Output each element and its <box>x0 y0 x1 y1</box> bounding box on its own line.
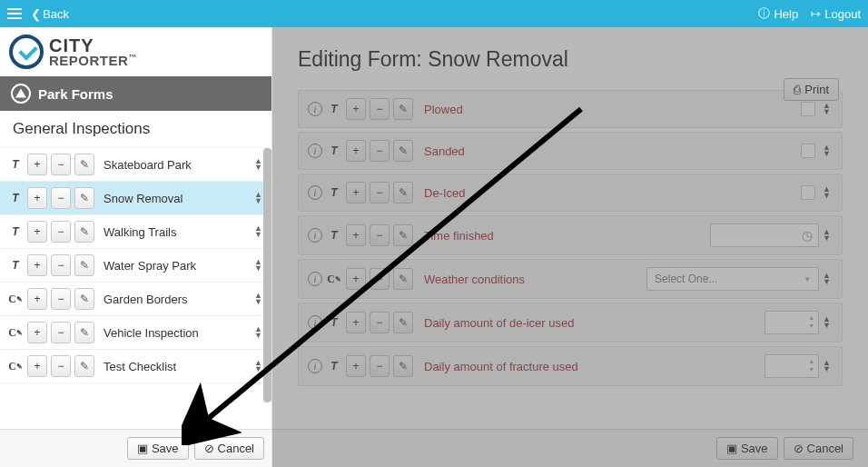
type-toggle[interactable]: T <box>326 355 342 377</box>
type-toggle[interactable]: T <box>7 254 24 276</box>
info-icon[interactable]: i <box>308 315 322 330</box>
add-button[interactable]: + <box>346 268 366 290</box>
question-label: Plowed <box>417 103 797 116</box>
type-toggle[interactable]: T <box>326 98 342 120</box>
stepper-input[interactable] <box>764 311 819 334</box>
type-toggle[interactable]: C✎ <box>326 268 342 290</box>
remove-button[interactable]: − <box>51 288 71 310</box>
edit-button[interactable]: ✎ <box>393 140 413 162</box>
main-save-label: Save <box>741 442 768 455</box>
help-link[interactable]: ⓘ Help <box>758 5 798 22</box>
type-toggle[interactable]: T <box>7 154 24 175</box>
form-row[interactable]: T+−✎Skateboard Park▲▼ <box>0 148 271 182</box>
remove-button[interactable]: − <box>370 268 390 290</box>
print-button[interactable]: ⎙ Print <box>784 78 839 101</box>
main-save-button[interactable]: ▣ Save <box>716 437 778 460</box>
remove-button[interactable]: − <box>51 221 71 243</box>
remove-button[interactable]: − <box>370 98 390 120</box>
info-icon[interactable]: i <box>308 272 322 286</box>
edit-button[interactable]: ✎ <box>74 154 94 175</box>
info-icon[interactable]: i <box>308 228 322 243</box>
add-button[interactable]: + <box>346 98 366 120</box>
checkbox-input[interactable] <box>801 144 815 158</box>
add-button[interactable]: + <box>346 182 366 204</box>
type-toggle[interactable]: C✎ <box>7 355 24 377</box>
info-icon[interactable]: i <box>308 144 322 158</box>
reorder-handle[interactable]: ▲▼ <box>823 229 833 242</box>
time-input[interactable] <box>710 224 819 247</box>
edit-button[interactable]: ✎ <box>393 224 413 246</box>
edit-button[interactable]: ✎ <box>74 355 94 377</box>
question-label: Daily amount of de-icer used <box>417 316 761 330</box>
remove-button[interactable]: − <box>51 154 71 175</box>
add-button[interactable]: + <box>346 140 366 162</box>
scrollbar[interactable] <box>263 148 271 402</box>
type-toggle[interactable]: T <box>326 312 342 333</box>
stepper-input[interactable] <box>764 354 819 378</box>
remove-button[interactable]: − <box>370 355 390 377</box>
remove-button[interactable]: − <box>51 187 71 209</box>
edit-button[interactable]: ✎ <box>393 355 413 377</box>
remove-button[interactable]: − <box>51 254 71 276</box>
pencil-icon: ✎ <box>399 103 408 115</box>
select-input[interactable]: Select One... <box>646 267 819 291</box>
hamburger-icon[interactable] <box>7 8 22 19</box>
checkbox-input[interactable] <box>801 185 815 200</box>
remove-button[interactable]: − <box>370 140 390 162</box>
info-icon[interactable]: i <box>308 359 322 373</box>
add-button[interactable]: + <box>27 187 47 209</box>
type-toggle[interactable]: T <box>7 187 24 209</box>
add-button[interactable]: + <box>27 221 47 243</box>
form-row[interactable]: C✎+−✎Vehicle Inspection▲▼ <box>0 316 271 350</box>
reorder-handle[interactable]: ▲▼ <box>823 103 833 115</box>
form-row[interactable]: C✎+−✎Garden Borders▲▼ <box>0 283 271 316</box>
type-toggle[interactable]: T <box>7 221 24 243</box>
edit-button[interactable]: ✎ <box>393 98 413 120</box>
checkbox-input[interactable] <box>801 102 815 116</box>
logo: CITYREPORTER™ <box>0 27 271 76</box>
add-button[interactable]: + <box>346 355 366 377</box>
edit-button[interactable]: ✎ <box>74 221 94 243</box>
reorder-handle[interactable]: ▲▼ <box>823 360 833 373</box>
type-toggle[interactable]: T <box>326 140 342 162</box>
remove-button[interactable]: − <box>370 182 390 204</box>
add-button[interactable]: + <box>346 224 366 246</box>
type-toggle[interactable]: T <box>326 182 342 204</box>
info-icon[interactable]: i <box>308 102 322 116</box>
logout-link[interactable]: ↦ Logout <box>811 7 861 21</box>
add-button[interactable]: + <box>27 254 47 276</box>
remove-button[interactable]: − <box>370 312 390 333</box>
form-row[interactable]: T+−✎Walking Trails▲▼ <box>0 215 271 249</box>
main-cancel-button[interactable]: ⊘ Cancel <box>784 437 853 460</box>
remove-button[interactable]: − <box>51 322 71 343</box>
add-button[interactable]: + <box>346 312 366 333</box>
add-button[interactable]: + <box>27 322 47 343</box>
add-button[interactable]: + <box>27 154 47 175</box>
edit-button[interactable]: ✎ <box>74 322 94 343</box>
edit-button[interactable]: ✎ <box>393 312 413 333</box>
add-button[interactable]: + <box>27 288 47 310</box>
form-row[interactable]: T+−✎Water Spray Park▲▼ <box>0 249 271 283</box>
type-toggle[interactable]: C✎ <box>7 322 24 343</box>
reorder-handle[interactable]: ▲▼ <box>823 273 833 285</box>
edit-button[interactable]: ✎ <box>74 187 94 209</box>
edit-button[interactable]: ✎ <box>393 182 413 204</box>
edit-button[interactable]: ✎ <box>74 288 94 310</box>
reorder-handle[interactable]: ▲▼ <box>823 144 833 157</box>
add-button[interactable]: + <box>27 355 47 377</box>
type-toggle[interactable]: T <box>326 224 342 246</box>
type-toggle[interactable]: C✎ <box>7 288 24 310</box>
print-icon: ⎙ <box>794 83 801 96</box>
info-icon[interactable]: i <box>308 185 322 200</box>
remove-button[interactable]: − <box>51 355 71 377</box>
sidebar-save-button[interactable]: ▣ Save <box>127 437 189 460</box>
edit-button[interactable]: ✎ <box>74 254 94 276</box>
reorder-handle[interactable]: ▲▼ <box>823 186 833 199</box>
form-row[interactable]: T+−✎Snow Removal▲▼ <box>0 182 271 215</box>
reorder-handle[interactable]: ▲▼ <box>823 316 833 329</box>
sidebar-cancel-button[interactable]: ⊘ Cancel <box>194 437 264 460</box>
form-row[interactable]: C✎+−✎Test Checklist▲▼ <box>0 350 271 383</box>
remove-button[interactable]: − <box>370 224 390 246</box>
back-link[interactable]: ❮ Back <box>31 7 69 21</box>
edit-button[interactable]: ✎ <box>393 268 413 290</box>
